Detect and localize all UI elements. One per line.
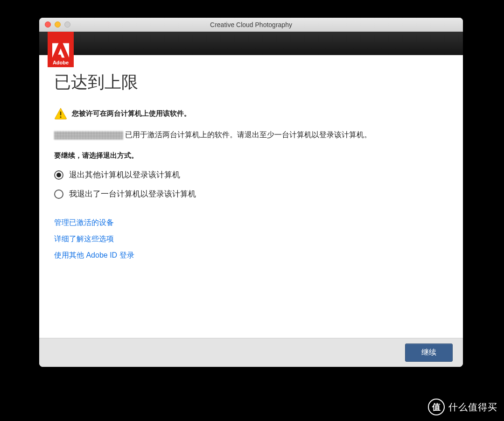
links-list: 管理已激活的设备 详细了解这些选项 使用其他 Adobe ID 登录 [54,218,448,260]
link-learn-more[interactable]: 详细了解这些选项 [54,234,114,244]
signout-radio-group: 退出其他计算机以登录该计算机 我退出了一台计算机以登录该计算机 [54,169,448,199]
radio-icon [54,189,63,199]
minimize-window-button[interactable] [55,21,61,28]
continue-button[interactable]: 继续 [405,344,453,362]
prompt-text: 要继续，请选择退出方式。 [54,151,448,160]
svg-rect-0 [60,112,62,116]
watermark: 值 什么值得买 [428,399,497,415]
radio-label: 我退出了一台计算机以登录该计算机 [69,189,196,199]
footer-bar: 继续 [39,338,463,367]
radio-label: 退出其他计算机以登录该计算机 [69,169,180,180]
watermark-text: 什么值得买 [448,401,497,414]
app-window: Creative Cloud Photography Adobe 已达到上限 您… [39,18,463,367]
radio-option-signout-others[interactable]: 退出其他计算机以登录该计算机 [54,169,448,180]
radio-option-already-signed-out[interactable]: 我退出了一台计算机以登录该计算机 [54,189,448,199]
watermark-badge-icon: 值 [428,399,445,415]
adobe-brand-label: Adobe [53,60,69,65]
warning-icon [54,107,67,120]
svg-point-1 [60,116,61,118]
info-line: 已用于激活两台计算机上的软件。请退出至少一台计算机以登录该计算机。 [54,130,448,140]
window-title: Creative Cloud Photography [39,21,463,28]
titlebar: Creative Cloud Photography [39,18,463,32]
adobe-logo: Adobe [48,32,74,67]
link-manage-devices[interactable]: 管理已激活的设备 [54,218,114,228]
adobe-a-icon [52,42,69,59]
content-area: 已达到上限 您被许可在两台计算机上使用该软件。 已用于激活两台计算机上的软件。请… [39,55,463,338]
close-window-button[interactable] [45,21,51,28]
redacted-account-id [54,131,123,140]
radio-icon [54,170,63,180]
warning-text: 您被许可在两台计算机上使用该软件。 [72,109,191,118]
page-heading: 已达到上限 [54,71,448,94]
link-other-adobe-id[interactable]: 使用其他 Adobe ID 登录 [54,251,134,260]
info-suffix: 已用于激活两台计算机上的软件。请退出至少一台计算机以登录该计算机。 [125,130,371,140]
header-band: Adobe [39,32,463,55]
traffic-lights [39,21,70,28]
warning-row: 您被许可在两台计算机上使用该软件。 [54,107,448,120]
maximize-window-button [64,21,70,28]
